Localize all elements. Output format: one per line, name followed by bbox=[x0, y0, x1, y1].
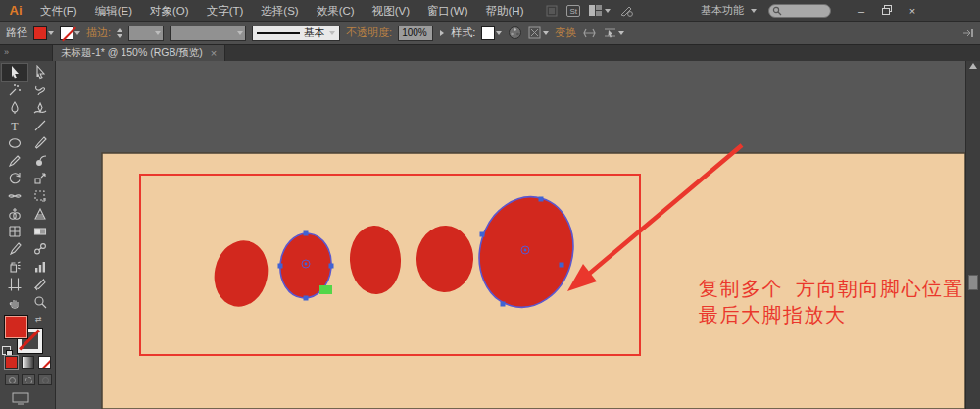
search-icon bbox=[772, 6, 782, 16]
menu-item-2[interactable]: 编辑(E) bbox=[86, 0, 141, 22]
stroke-weight-link[interactable]: 描边: bbox=[86, 26, 111, 40]
blend-tool[interactable] bbox=[27, 240, 53, 258]
type-tool[interactable]: T bbox=[2, 117, 27, 134]
document-tab-title: 未标题-1* @ 150% (RGB/预览) bbox=[61, 46, 203, 60]
pencil-tool[interactable] bbox=[2, 152, 27, 170]
menu-item-9[interactable]: 帮助(H) bbox=[477, 0, 533, 22]
magic-wand-tool[interactable] bbox=[2, 81, 27, 99]
mesh-tool[interactable] bbox=[2, 223, 27, 240]
shape-options-icon[interactable] bbox=[528, 26, 549, 39]
anchor-point[interactable] bbox=[304, 231, 309, 236]
none-button[interactable] bbox=[38, 356, 51, 369]
canvas-area[interactable]: 复制多个方向朝向脚心位置最后大脚指放大 bbox=[56, 61, 965, 409]
share-icon[interactable] bbox=[619, 5, 633, 17]
center-point-dot bbox=[524, 249, 527, 252]
perspective-grid-tool[interactable] bbox=[27, 205, 53, 223]
search-box[interactable] bbox=[768, 4, 831, 18]
menu-item-5[interactable]: 选择(S) bbox=[252, 0, 307, 22]
swap-fill-stroke-icon[interactable]: ⇄ bbox=[35, 315, 42, 324]
brush-definition-dropdown[interactable]: 基本 bbox=[252, 26, 340, 41]
zoom-tool[interactable] bbox=[27, 293, 53, 311]
draw-inside-mode-button[interactable] bbox=[38, 374, 52, 385]
fill-stroke-indicator[interactable]: ⇄ bbox=[0, 315, 55, 354]
object-type-label: 路径 bbox=[6, 26, 27, 40]
draw-behind-mode-button[interactable] bbox=[22, 374, 35, 385]
direct-selection-tool[interactable] bbox=[27, 64, 53, 81]
line-segment-tool[interactable] bbox=[27, 117, 53, 134]
bridge-icon[interactable] bbox=[546, 5, 558, 17]
artboard-tool[interactable] bbox=[2, 276, 27, 293]
tab-close-icon[interactable]: × bbox=[211, 47, 217, 59]
stroke-weight-stepper[interactable] bbox=[117, 28, 122, 38]
collapse-control-panel-icon[interactable] bbox=[962, 28, 974, 38]
fill-indicator-red[interactable] bbox=[4, 315, 28, 339]
paintbrush-tool[interactable] bbox=[27, 134, 53, 152]
menu-item-8[interactable]: 窗口(W) bbox=[418, 0, 477, 22]
workspace-switcher[interactable]: 基本功能 bbox=[701, 3, 757, 18]
slice-tool[interactable] bbox=[27, 276, 53, 293]
align-icon[interactable] bbox=[582, 27, 597, 39]
opacity-link[interactable]: 不透明度: bbox=[346, 26, 392, 40]
toolbar-collapse-icon[interactable]: » bbox=[4, 45, 9, 59]
menu-item-3[interactable]: 对象(O) bbox=[141, 0, 198, 22]
anchor-point[interactable] bbox=[278, 264, 283, 269]
width-profile-dropdown[interactable] bbox=[170, 26, 246, 41]
tools-panel: T ⇄ bbox=[0, 61, 56, 409]
scale-tool[interactable] bbox=[27, 170, 53, 187]
transform-link[interactable]: 变换 bbox=[555, 26, 576, 40]
rotate-tool[interactable] bbox=[2, 170, 27, 187]
control-bar: 路径 描边: 基本 不透明度: 100% 样式: 变换 bbox=[0, 22, 980, 45]
scrollbar-thumb[interactable] bbox=[968, 275, 978, 290]
menu-item-1[interactable]: 文件(F) bbox=[31, 0, 86, 22]
search-input[interactable] bbox=[782, 6, 821, 16]
scrollbar-up-icon[interactable] bbox=[969, 63, 977, 69]
menu-item-6[interactable]: 效果(C) bbox=[308, 0, 364, 22]
hand-tool[interactable] bbox=[2, 293, 27, 311]
annotation-text-line1a: 复制多个 bbox=[699, 278, 783, 299]
menu-item-4[interactable]: 文字(T) bbox=[198, 0, 253, 22]
restore-button[interactable] bbox=[880, 5, 894, 17]
ellipse-tool[interactable] bbox=[2, 134, 27, 152]
blob-brush-tool[interactable] bbox=[27, 152, 53, 170]
anchor-point[interactable] bbox=[329, 264, 334, 269]
width-tool[interactable] bbox=[2, 187, 27, 205]
color-button[interactable] bbox=[5, 356, 18, 369]
draw-normal-mode-button[interactable] bbox=[5, 374, 19, 385]
gradient-tool[interactable] bbox=[27, 223, 53, 240]
eyedropper-tool[interactable] bbox=[2, 240, 27, 258]
vertical-scrollbar[interactable] bbox=[965, 61, 980, 409]
default-fill-stroke-icon[interactable] bbox=[2, 346, 11, 355]
arrange-documents-icon[interactable] bbox=[589, 5, 611, 16]
style-dropdown[interactable] bbox=[481, 26, 502, 40]
pen-tool[interactable] bbox=[2, 99, 27, 117]
adobe-stock-icon[interactable]: St bbox=[566, 5, 580, 17]
document-tab[interactable]: 未标题-1* @ 150% (RGB/预览) × bbox=[52, 45, 225, 61]
minimize-button[interactable]: – bbox=[855, 5, 868, 17]
tab-row: » 未标题-1* @ 150% (RGB/预览) × bbox=[0, 45, 980, 61]
anchor-point[interactable] bbox=[480, 232, 485, 237]
stroke-weight-dropdown[interactable] bbox=[128, 26, 164, 41]
symbol-sprayer-tool[interactable] bbox=[2, 258, 27, 276]
lasso-tool[interactable] bbox=[27, 81, 53, 99]
gradient-button[interactable] bbox=[22, 356, 34, 369]
screen-mode-button[interactable] bbox=[12, 391, 55, 409]
recolor-artwork-icon[interactable] bbox=[508, 26, 522, 40]
selection-tool[interactable] bbox=[2, 64, 27, 81]
isolate-selection-icon[interactable] bbox=[603, 26, 624, 39]
opacity-value[interactable]: 100% bbox=[398, 26, 433, 41]
column-graph-tool[interactable] bbox=[27, 258, 53, 276]
stroke-color-dropdown[interactable] bbox=[60, 26, 80, 40]
anchor-point[interactable] bbox=[304, 296, 309, 301]
free-transform-tool[interactable] bbox=[27, 187, 53, 205]
opacity-expand-icon[interactable] bbox=[439, 29, 445, 37]
anchor-point[interactable] bbox=[560, 263, 564, 268]
curvature-tool[interactable] bbox=[27, 99, 53, 117]
fill-color-dropdown[interactable] bbox=[33, 26, 54, 40]
anchor-point[interactable] bbox=[539, 197, 544, 202]
annotation-text-line1b: 方向朝向脚心位置 bbox=[796, 278, 964, 299]
close-button[interactable]: × bbox=[906, 5, 919, 17]
shape-builder-tool[interactable] bbox=[2, 205, 27, 223]
anchor-point[interactable] bbox=[501, 302, 506, 307]
stroke-swatch bbox=[60, 26, 74, 40]
menu-item-7[interactable]: 视图(V) bbox=[364, 0, 418, 22]
